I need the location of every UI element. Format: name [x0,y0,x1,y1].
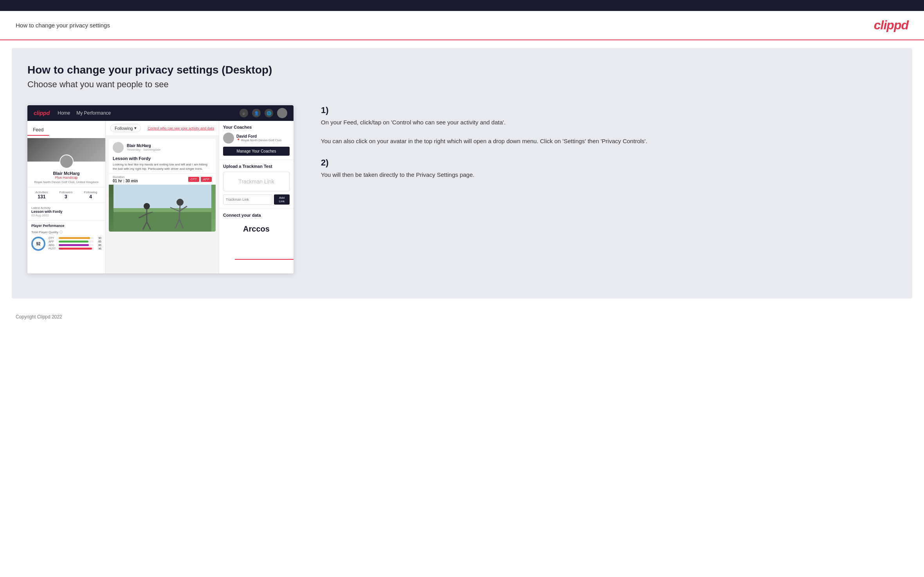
chevron-down-icon: ▾ [134,126,137,131]
svg-rect-2 [113,212,211,232]
globe-icon[interactable]: 🌐 [265,109,273,117]
trackman-input[interactable] [223,194,272,205]
info-icon: ⓘ [59,230,63,234]
middle-header: Following ▾ Control who can see your act… [106,121,219,136]
app-left-panel: Feed Blair McHarg Plus Handicap Royal No… [27,121,106,273]
latest-date: 03 Aug 2022 [31,214,101,217]
page-heading: How to change your privacy settings (Des… [27,64,901,76]
metrics: OTT 90 APP 85 ARG [49,237,101,251]
metric-putt: PUTT 96 [49,247,101,250]
app-nav-logo: clippd [34,110,50,116]
stat-activities: Activities 131 [36,191,48,200]
stat-following: Following 4 [84,191,97,200]
post-tags: OTT APP [188,177,212,182]
page-subheading: Choose what you want people to see [27,79,901,90]
post-header: Blair McHarg Yesterday · Sunningdale [109,139,216,156]
main-content: How to change your privacy settings (Des… [12,48,912,298]
app-middle-panel: Following ▾ Control who can see your act… [106,121,219,273]
coach-item: David Ford 📍 Royal North Devon Golf Club [223,133,290,144]
profile-handicap: Plus Handicap [31,176,101,180]
top-bar [0,0,924,11]
control-privacy-link[interactable]: Control who can see your activity and da… [148,126,214,130]
app-right-panel: Your Coaches David Ford 📍 Royal North De… [219,121,294,273]
location-icon: 📍 [236,138,240,142]
activities-value: 131 [36,194,48,200]
clippd-logo: clippd [874,18,908,32]
quality-label: Total Player Quality ⓘ [31,230,101,234]
metric-arg: ARG 86 [49,244,101,246]
instruction-1-number: 1) [321,105,897,115]
following-label: Following [84,191,97,194]
profile-banner [27,138,105,162]
latest-label: Latest Activity [31,206,101,210]
person-icon[interactable]: 👤 [252,109,261,117]
coach-club: 📍 Royal North Devon Golf Club [236,138,281,142]
app-nav-links: Home My Performance [58,110,232,116]
instruction-2-number: 2) [321,158,897,168]
player-performance: Player Performance Total Player Quality … [27,220,105,254]
search-icon[interactable]: ⌕ [240,109,248,117]
feed-tab[interactable]: Feed [27,125,49,136]
stat-followers: Followers 3 [59,191,72,200]
nav-link-performance[interactable]: My Performance [76,110,111,116]
golf-image-svg [113,185,211,232]
player-perf-title: Player Performance [31,224,101,228]
following-value: 4 [84,194,97,200]
post-meta: Yesterday · Sunningdale [127,148,160,151]
profile-name: Blair McHarg [31,171,101,176]
add-link-button[interactable]: Add Link [274,194,290,205]
post-author: Blair McHarg [127,144,160,148]
feed-post: Blair McHarg Yesterday · Sunningdale Les… [109,139,216,232]
svg-rect-1 [113,185,211,208]
trackman-title: Upload a Trackman Test [223,164,290,169]
latest-value: Lesson with Fordy [31,210,101,214]
copyright-text: Copyright Clippd 2022 [16,314,62,320]
instruction-2-text: You will then be taken directly to the P… [321,170,897,180]
post-title: Lesson with Fordy [109,156,216,162]
latest-activity: Latest Activity Lesson with Fordy 03 Aug… [27,203,105,220]
quality-row: 92 OTT 90 APP 85 [31,237,101,251]
content-area: clippd Home My Performance ⌕ 👤 🌐 Feed [27,105,901,273]
duration-label: Duration [113,175,138,179]
instruction-1: 1) On your Feed, click/tap on 'Control w… [321,105,897,146]
metric-ott: OTT 90 [49,237,101,239]
nav-link-home[interactable]: Home [58,110,70,116]
manage-coaches-button[interactable]: Manage Your Coaches [223,147,290,156]
trackman-input-row: Add Link [223,194,290,205]
profile-club: Royal North Devon Golf Club, United King… [31,180,101,184]
donut-chart: 92 [31,237,45,251]
header: How to change your privacy settings clip… [0,11,924,40]
instructions-panel: 1) On your Feed, click/tap on 'Control w… [309,105,901,191]
following-button[interactable]: Following ▾ [110,124,141,132]
trackman-section: Upload a Trackman Test Trackman Link Add… [219,160,294,209]
profile-stats: Activities 131 Followers 3 Following 4 [27,187,105,203]
header-title: How to change your privacy settings [16,22,110,29]
metric-app: APP 85 [49,240,101,243]
instruction-1-text: On your Feed, click/tap on 'Control who … [321,118,897,146]
post-avatar [113,142,124,153]
coaches-title: Your Coaches [223,125,290,129]
coaches-section: Your Coaches David Ford 📍 Royal North De… [219,121,294,160]
arccos-label: Arccos [223,221,290,234]
duration-value: 01 hr : 30 min [113,179,138,183]
followers-value: 3 [59,194,72,200]
footer: Copyright Clippd 2022 [0,306,924,327]
activities-label: Activities [36,191,48,194]
connect-section: Connect your data Arccos [219,209,294,237]
annotation-line [235,259,294,260]
profile-circle [59,155,74,169]
post-body: Looking to feel like my hands are exitin… [109,162,216,173]
app-body: Feed Blair McHarg Plus Handicap Royal No… [27,121,294,273]
avatar-icon[interactable] [277,108,287,118]
instruction-2: 2) You will then be taken directly to th… [321,158,897,180]
coach-name: David Ford [236,134,281,138]
post-duration: Duration 01 hr : 30 min OTT APP [109,173,216,185]
app-nav-icons: ⌕ 👤 🌐 [240,108,287,118]
tag-app: APP [201,177,212,182]
app-screenshot: clippd Home My Performance ⌕ 👤 🌐 Feed [27,105,294,273]
svg-point-3 [144,203,150,209]
connect-title: Connect your data [223,213,290,217]
trackman-placeholder: Trackman Link [223,172,290,191]
post-image [109,185,216,232]
svg-line-10 [179,206,180,219]
